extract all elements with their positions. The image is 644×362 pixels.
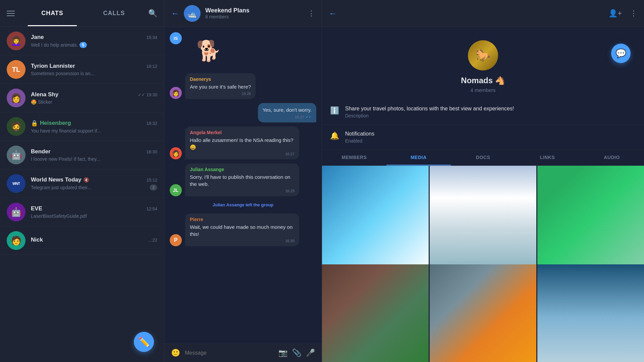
tab-media[interactable]: MEDIA	[386, 150, 451, 165]
description-row: ℹ️ Share your travel photos, locations w…	[322, 100, 644, 125]
table-row: 👩 Angela Merkel Hallo alle zusammen! Is …	[170, 126, 316, 159]
tab-docs[interactable]: DOCS	[451, 150, 515, 165]
chat-time: ✓✓ 19:30	[138, 92, 157, 97]
list-item[interactable]: WNT World News Today 🔇 15:12 Telegram ju…	[0, 169, 164, 198]
media-item[interactable]	[322, 166, 429, 272]
unread-badge: 2	[150, 185, 157, 191]
add-member-icon[interactable]: 👤+	[608, 9, 622, 18]
message-fab[interactable]: 💬	[611, 44, 631, 63]
media-item[interactable]	[537, 264, 644, 362]
notifications-status: Enabled	[345, 138, 374, 144]
microphone-icon[interactable]: 🎤	[306, 349, 315, 357]
chat-header: ← 🛥️ Weekend Plans 8 members ⋮	[164, 0, 322, 27]
attach-icon[interactable]: 📎	[292, 349, 301, 357]
group-members: 4 members	[470, 87, 495, 93]
sender-name: Daenerys	[190, 76, 251, 82]
more-options-icon[interactable]: ⋮	[630, 9, 637, 18]
back-button[interactable]: ←	[329, 9, 337, 18]
chat-time: 12:54	[146, 206, 157, 211]
chat-header-name: Weekend Plans	[205, 7, 303, 14]
tab-links[interactable]: LINKS	[515, 150, 580, 165]
message-input[interactable]	[185, 350, 274, 356]
avatar: 👩	[170, 87, 182, 99]
message-sticker: IS 🐕	[170, 32, 316, 69]
compose-button[interactable]: ✏️	[134, 332, 154, 352]
message-time: 16:26	[190, 92, 251, 96]
chat-preview: Sometimes possession is an...	[31, 71, 157, 76]
left-header: CHATS CALLS 🔍	[0, 0, 164, 27]
chat-preview: Well I do help animals. 5	[31, 42, 157, 48]
table-row: 👩 Daenerys Are you sure it's safe here? …	[170, 73, 316, 99]
message-time: 16:29	[190, 189, 294, 193]
message-text: Are you sure it's safe here?	[190, 83, 251, 90]
left-panel: CHATS CALLS 🔍 👩‍🦱 Jane 15:34 Well I do h…	[0, 0, 164, 362]
avatar: P	[170, 234, 182, 246]
chat-time: 16:30	[146, 149, 157, 154]
back-button[interactable]: ←	[171, 9, 179, 18]
media-tabs: MEMBERS MEDIA DOCS LINKS AUDIO	[322, 150, 644, 166]
tab-members[interactable]: MEMBERS	[322, 150, 386, 165]
avatar: WNT	[7, 174, 25, 193]
media-item[interactable]	[430, 166, 536, 272]
menu-icon[interactable]	[7, 11, 15, 16]
sender-name: Angela Merkel	[190, 130, 294, 135]
message-time: 16:27	[190, 152, 294, 156]
chat-name: World News Today 🔇	[31, 176, 89, 183]
list-item[interactable]: 👩 Alena Shy ✓✓ 19:30 🤩 Sticker	[0, 84, 164, 112]
chat-time: 18:12	[146, 64, 157, 69]
list-item[interactable]: 👩‍🦱 Jane 15:34 Well I do help animals. 5	[0, 27, 164, 55]
list-item[interactable]: 🤖 Bender 16:30 I looove new Pixels! If f…	[0, 141, 164, 169]
chat-time: 15:34	[146, 35, 157, 40]
chat-group-avatar: 🛥️	[184, 5, 201, 22]
list-item[interactable]: 🤖 EVE 12:54 LaserBlastSafetyGuide.pdf	[0, 198, 164, 226]
media-item[interactable]	[430, 264, 536, 362]
chat-time: 15:12	[146, 177, 157, 183]
right-panel: ← 👤+ ⋮ 🐎 Nomads 🐴 4 members 💬 ℹ️ Share y…	[322, 0, 644, 362]
sender-name: Julian Assange	[190, 167, 294, 172]
message-bubble: Julian Assange Sorry, I'll have to publi…	[185, 163, 299, 196]
chat-time: ...:22	[148, 238, 157, 243]
avatar: 🤖	[7, 146, 25, 164]
message-bubble: Pierre Wait, we could have made so much …	[185, 213, 299, 246]
message-time: 16:30	[190, 239, 294, 243]
avatar: IS	[170, 32, 182, 44]
camera-icon[interactable]: 📷	[278, 349, 287, 357]
chat-name: Jane	[31, 34, 44, 41]
header-actions: 👤+ ⋮	[608, 9, 637, 18]
chat-name: Bender	[31, 148, 51, 155]
tab-chats[interactable]: CHATS	[21, 6, 83, 20]
tab-calls[interactable]: CALLS	[83, 6, 145, 20]
avatar: 👩	[170, 147, 182, 159]
tab-audio[interactable]: AUDIO	[580, 150, 644, 165]
message-text: Wait, we could have made so much money o…	[190, 223, 294, 238]
more-options-button[interactable]: ⋮	[308, 9, 315, 18]
message-bubble: Angela Merkel Hallo alle zusammen! Is th…	[185, 126, 299, 159]
chat-preview: 🤩 Sticker	[31, 99, 157, 105]
messages-area: IS 🐕 👩 Daenerys Are you sure it's safe h…	[164, 27, 322, 344]
group-info-section: 🐎 Nomads 🐴 4 members 💬	[322, 27, 644, 100]
chat-name: Alena Shy	[31, 91, 58, 98]
table-row: Yes, sure, don't worry. 16:27 ✓✓	[170, 103, 316, 122]
group-avatar: 🐎	[468, 40, 498, 70]
list-item[interactable]: TL Tyrion Lannister 18:12 Sometimes poss…	[0, 55, 164, 84]
chat-preview: You have my financial support if...	[31, 128, 157, 134]
tab-bar: CHATS CALLS	[21, 6, 145, 20]
right-header: ← 👤+ ⋮	[322, 0, 644, 27]
avatar: 🧔	[7, 117, 25, 136]
message-text: Yes, sure, don't worry.	[263, 106, 312, 113]
media-item[interactable]	[537, 166, 644, 272]
table-row: JL Julian Assange Sorry, I'll have to pu…	[170, 163, 316, 196]
notifications-title: Notifications	[345, 131, 374, 137]
chat-preview: Telegram just updated their... 2	[31, 185, 157, 191]
bell-icon: 🔔	[330, 132, 339, 140]
notifications-row[interactable]: 🔔 Notifications Enabled	[322, 125, 644, 150]
emoji-icon[interactable]: 🙂	[171, 349, 180, 357]
avatar: TL	[7, 60, 25, 79]
media-item[interactable]	[322, 264, 429, 362]
chat-preview: I looove new Pixels! If fact, they...	[31, 156, 157, 162]
list-item[interactable]: 🧔 🔒 Heisenberg 18:32 You have my financi…	[0, 112, 164, 141]
search-icon[interactable]: 🔍	[148, 9, 157, 18]
chat-name: 🔒 Heisenberg	[31, 120, 71, 127]
list-item[interactable]: 🧑 Nick ...:22	[0, 226, 164, 255]
chat-name: Tyrion Lannister	[31, 63, 75, 69]
